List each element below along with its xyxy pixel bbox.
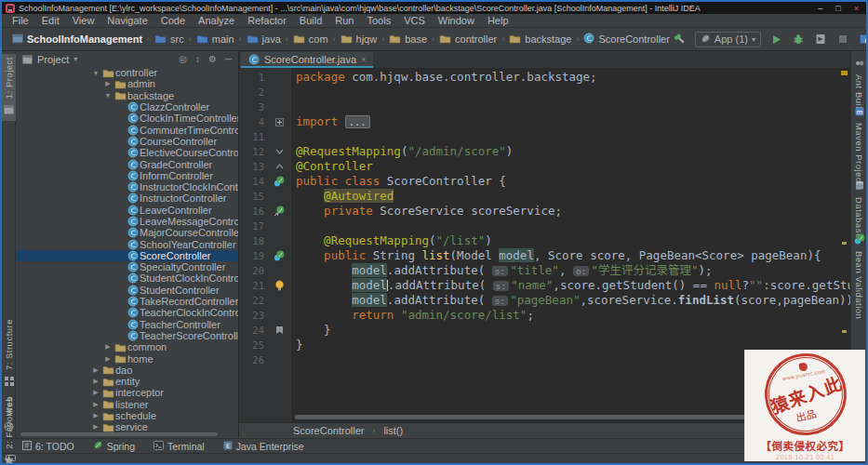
breadcrumb-item-base[interactable]: base [386, 33, 430, 46]
tree-item-majorcoursecontroller[interactable]: CMajorCourseController [16, 227, 238, 238]
close-button[interactable]: × [854, 4, 859, 13]
tree-closed-arrow[interactable]: ▶ [90, 389, 101, 396]
code-line-2[interactable]: 2 [239, 85, 850, 100]
tree-closed-arrow[interactable]: ▶ [102, 80, 114, 87]
coverage-button[interactable] [814, 33, 828, 46]
tool-button-bean-validation[interactable]: Bean Validation [851, 232, 867, 319]
tree-item-schoolyearcontroller[interactable]: CSchoolYearController [16, 238, 238, 249]
code-line-18[interactable]: 18 @RequestMapping("/list") [239, 233, 850, 248]
fold-down-icon[interactable] [267, 144, 291, 159]
tree-item-common[interactable]: ▶common [16, 341, 238, 352]
run-config-selector[interactable]: App (1) ▾ [695, 32, 761, 47]
fold-up-icon[interactable] [267, 159, 291, 174]
breadcrumb-item-schoolinfomanagement[interactable]: SchoolInfoManagement [9, 33, 145, 46]
breadcrumb-item-controller[interactable]: controller [436, 33, 500, 46]
code-line-23[interactable]: 23 return "admin/score/list"; [239, 308, 850, 323]
build-button[interactable] [673, 33, 687, 46]
code-line-19[interactable]: 19 public String list(Model model, Score… [239, 248, 850, 263]
spring-autowired-icon[interactable] [267, 204, 291, 219]
spring-bean-icon[interactable] [267, 174, 291, 189]
chevron-down-icon[interactable]: ▾ [73, 55, 77, 63]
tree-item-coursecontroller[interactable]: CCourseController [16, 136, 238, 147]
tool-button-web[interactable]: Web [2, 396, 16, 435]
code-line-16[interactable]: 16 private ScoreService scoreService; [239, 204, 850, 219]
menu-item-tools[interactable]: Tools [360, 15, 397, 26]
tree-item-clockintimecontroller[interactable]: CClockInTimeController [16, 113, 238, 124]
menu-item-edit[interactable]: Edit [35, 15, 66, 26]
tree-item-schedule[interactable]: ▶schedule [16, 410, 238, 421]
tree-item-backstage[interactable]: ▼backstage [16, 90, 238, 101]
tree-closed-arrow[interactable]: ▶ [90, 366, 101, 374]
stop-button[interactable] [836, 33, 850, 46]
tree-closed-arrow[interactable]: ▶ [90, 412, 101, 419]
menu-item-analyze[interactable]: Analyze [192, 15, 241, 26]
menu-item-run[interactable]: Run [328, 15, 360, 26]
tool-button-terminal[interactable]: Terminal [154, 441, 205, 452]
tree-closed-arrow[interactable]: ▶ [90, 378, 101, 385]
error-stripe-warning-mark[interactable] [841, 71, 848, 75]
code-line-24[interactable]: 24 } [239, 323, 850, 338]
tree-item-instructorcontroller[interactable]: CInstructorController [16, 193, 238, 204]
breadcrumb-method[interactable]: list() [383, 425, 403, 436]
run-button[interactable] [769, 33, 783, 46]
menu-item-build[interactable]: Build [293, 15, 328, 26]
tree-item-controller[interactable]: ▼controller [16, 67, 238, 78]
tree-item-entity[interactable]: ▶entity [16, 376, 238, 387]
tree-item-interceptor[interactable]: ▶interceptor [16, 387, 238, 398]
code-line-15[interactable]: 15 @Autowired [239, 189, 850, 204]
tree-closed-arrow[interactable]: ▶ [102, 355, 114, 363]
code-line-22[interactable]: 22 model.addAttribute( s:"pageBean",scor… [239, 293, 850, 308]
tree-open-arrow[interactable]: ▼ [102, 92, 114, 99]
close-tab-icon[interactable]: × [361, 55, 366, 64]
tree-item-studentclockincontroller[interactable]: CStudentClockInController [16, 272, 238, 284]
tree-open-arrow[interactable]: ▼ [90, 70, 101, 76]
hide-panel-icon[interactable]: ─ [225, 54, 232, 64]
code-line-17[interactable]: 17 [239, 219, 850, 233]
tree-item-specialtycontroller[interactable]: CSpecialtyController [16, 261, 238, 272]
tab-scorecontroller-java[interactable]: C ScoreController.java × [241, 52, 373, 68]
collapse-all-icon[interactable]: ↕ [195, 54, 200, 64]
breadcrumb-item-src[interactable]: src [152, 33, 187, 46]
tree-item-home[interactable]: ▶home [16, 352, 238, 364]
fold-expand-icon[interactable] [267, 114, 291, 129]
intention-bulb-icon[interactable] [267, 278, 291, 293]
spring-bean-icon[interactable] [267, 248, 291, 263]
menu-item-code[interactable]: Code [154, 15, 192, 26]
menu-item-navigate[interactable]: Navigate [100, 15, 154, 26]
breadcrumb-item-hjqw[interactable]: hjqw [338, 33, 381, 46]
breadcrumb-item-java[interactable]: java [244, 33, 284, 46]
tool-button-7-structure[interactable]: 7: Structure [2, 319, 16, 390]
tree-item-gradecontroller[interactable]: CGradeController [16, 158, 238, 169]
bookmark-icon[interactable] [267, 323, 291, 338]
tree-closed-arrow[interactable]: ▶ [90, 423, 101, 431]
code-line-11[interactable]: 11 [239, 129, 850, 144]
tree-item-teacherscorecontroller[interactable]: CTeacherScoreController [16, 330, 238, 341]
tool-button-java-enterprise[interactable]: EJava Enterprise [223, 441, 304, 452]
tree-closed-arrow[interactable]: ▶ [102, 343, 114, 351]
code-line-3[interactable]: 3 [239, 100, 850, 114]
error-stripe-mark[interactable] [842, 330, 847, 333]
code-line-20[interactable]: 20 model.addAttribute( s:"title", o:"学生评… [239, 263, 850, 278]
tree-item-service[interactable]: ▶service [16, 421, 238, 432]
menu-item-help[interactable]: Help [481, 15, 515, 26]
tool-button-1-project[interactable]: 1: Project [2, 54, 16, 121]
tree-item-teachercontroller[interactable]: CTeacherController [16, 319, 238, 330]
tree-item-commutertimecontroller[interactable]: CCommuterTimeController [16, 124, 238, 135]
tree-item-studentcontroller[interactable]: CStudentController [16, 285, 238, 296]
code-line-14[interactable]: 14public class ScoreController { [239, 174, 850, 189]
breadcrumb-item-com[interactable]: com [290, 33, 331, 46]
menu-item-refactor[interactable]: Refactor [241, 15, 293, 26]
debug-button[interactable] [792, 33, 806, 46]
tool-button-database[interactable]: Database [851, 178, 867, 239]
project-tree-horizontal-scrollbar[interactable] [20, 432, 218, 436]
menu-item-view[interactable]: View [66, 15, 101, 26]
code-line-13[interactable]: 13@Controller [239, 159, 850, 174]
gear-icon[interactable]: ⚙ [208, 54, 217, 64]
tool-button-6-todo[interactable]: 6: TODO [22, 441, 74, 452]
tree-item-electivecoursecontroller[interactable]: CElectiveCourseController [16, 147, 238, 158]
error-stripe-mark[interactable] [842, 242, 847, 245]
breadcrumb-item-main[interactable]: main [194, 33, 237, 46]
tree-item-informcontroller[interactable]: CInformController [16, 170, 238, 181]
tree-item-dao[interactable]: ▶dao [16, 365, 238, 376]
tree-item-leavemessagecontroller[interactable]: CLeaveMessageController [16, 216, 238, 227]
